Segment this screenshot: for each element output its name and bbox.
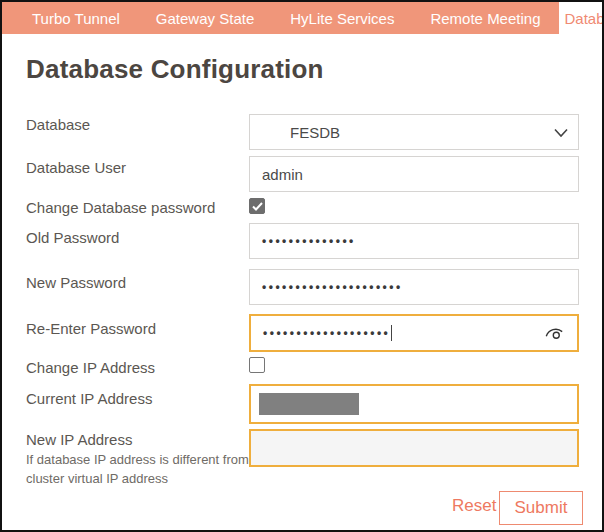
database-user-value: admin: [250, 166, 303, 183]
new-password-input[interactable]: •••••••••••••••••••••: [249, 269, 579, 305]
re-enter-password-label: Re-Enter Password: [26, 320, 156, 337]
database-select-value: FESDB: [250, 124, 340, 141]
old-password-label: Old Password: [26, 229, 119, 246]
change-ip-checkbox[interactable]: [249, 357, 265, 373]
re-enter-password-input[interactable]: •••••••••••••••••••: [249, 314, 579, 352]
new-ip-label: New IP Address: [26, 431, 132, 448]
chevron-down-icon: [554, 124, 568, 141]
reveal-password-eye-icon[interactable]: [543, 323, 565, 343]
current-ip-label: Current IP Address: [26, 390, 152, 407]
page-title: Database Configuration: [26, 54, 324, 85]
new-password-masked-value: •••••••••••••••••••••: [250, 281, 403, 293]
reset-button[interactable]: Reset: [452, 496, 496, 516]
change-db-password-label: Change Database password: [26, 199, 215, 216]
database-user-input[interactable]: admin: [249, 156, 579, 192]
new-ip-helper-text: If database IP address is different from…: [26, 450, 252, 488]
tab-hylite-services[interactable]: HyLite Services: [272, 2, 412, 34]
redacted-ip-value: [259, 393, 359, 415]
tab-remote-meeting[interactable]: Remote Meeting: [412, 2, 558, 34]
change-ip-label: Change IP Address: [26, 359, 155, 376]
database-user-label: Database User: [26, 159, 126, 176]
change-db-password-checkbox[interactable]: [249, 198, 265, 214]
tab-turbo-tunnel[interactable]: Turbo Tunnel: [2, 2, 138, 34]
old-password-masked-value: ••••••••••••••: [250, 235, 356, 247]
database-label: Database: [26, 116, 90, 133]
current-ip-input[interactable]: [249, 384, 579, 424]
text-caret: [391, 325, 392, 341]
old-password-input[interactable]: ••••••••••••••: [249, 223, 579, 259]
new-ip-input[interactable]: [249, 429, 579, 467]
submit-button[interactable]: Submit: [499, 491, 583, 525]
top-tab-bar: Turbo Tunnel Gateway State HyLite Servic…: [2, 2, 602, 34]
database-select[interactable]: FESDB: [249, 114, 579, 150]
re-enter-password-masked-value: •••••••••••••••••••: [251, 327, 390, 339]
tab-database[interactable]: Database: [559, 2, 604, 34]
tab-gateway-state[interactable]: Gateway State: [138, 2, 272, 34]
database-configuration-page: Turbo Tunnel Gateway State HyLite Servic…: [0, 0, 604, 532]
new-password-label: New Password: [26, 274, 126, 291]
